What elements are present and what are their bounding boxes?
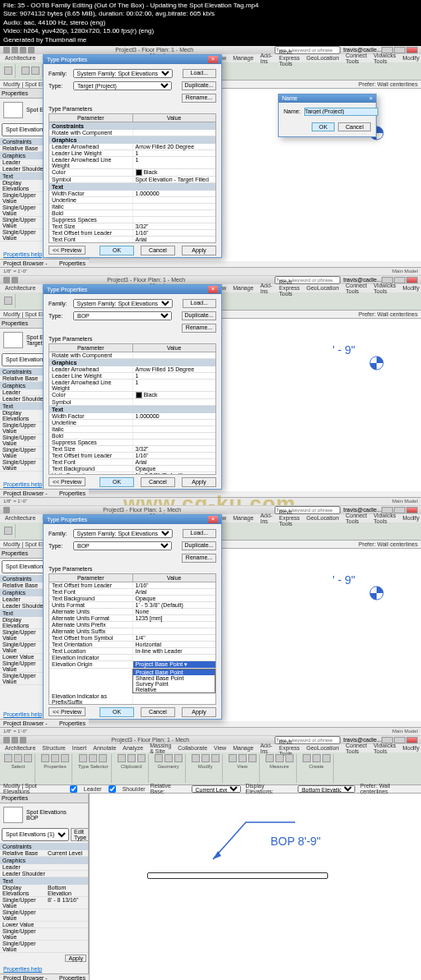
close-button[interactable] [406, 737, 418, 743]
ribbon-tab[interactable]: Analyze [123, 745, 143, 751]
param-row[interactable]: Text FontArial [49, 237, 215, 243]
property-value[interactable] [48, 871, 86, 876]
property-value[interactable] [48, 941, 86, 952]
save-icon[interactable] [12, 47, 18, 53]
param-row[interactable]: Alternate Units Suffix [49, 628, 215, 635]
property-row[interactable]: Leader [0, 864, 88, 871]
ribbon-icon[interactable] [61, 754, 69, 762]
ribbon-tab[interactable]: Architecture [5, 745, 35, 751]
param-value[interactable]: 3/32" [133, 446, 216, 452]
family-select[interactable]: System Family: Spot Elevations [73, 299, 173, 308]
param-row[interactable]: Rotate with Component [49, 130, 215, 136]
close-icon[interactable]: × [208, 56, 218, 63]
property-row[interactable]: Single/Upper Value [0, 941, 88, 953]
ribbon-tab[interactable]: Connect Tools [345, 513, 367, 524]
param-value[interactable] [133, 197, 216, 203]
param-row[interactable]: Alternate Units Format1235 [mm] [49, 615, 215, 622]
ribbon-icon[interactable] [99, 754, 107, 762]
dropdown-option[interactable]: Shared Base Point [133, 675, 215, 681]
ribbon-icon[interactable] [229, 754, 237, 762]
help-link[interactable]: Properties help [3, 481, 42, 487]
param-row[interactable]: Text BackgroundOpaque [49, 466, 215, 472]
param-row[interactable]: Text BackgroundOpaque [49, 596, 215, 602]
load-button[interactable]: Load... [183, 69, 216, 78]
property-value[interactable] [48, 909, 86, 921]
property-row[interactable]: Display ElevationsBottom Elevation [0, 885, 88, 897]
ribbon-tab[interactable]: Manage [233, 745, 253, 751]
ribbon-icon[interactable] [322, 754, 331, 762]
ribbon-tab[interactable]: Architecture [5, 515, 35, 521]
param-row[interactable]: Leader ArrowheadArrow Filled 15 Degree [49, 366, 215, 373]
ribbon-icon[interactable] [24, 754, 32, 762]
close-icon[interactable]: × [208, 286, 218, 293]
ribbon-tab[interactable]: Revit Express Tools [279, 279, 299, 297]
ribbon-icon[interactable] [211, 754, 220, 762]
property-row[interactable]: Single/Upper Value [0, 928, 88, 941]
ribbon-icon[interactable] [303, 754, 311, 762]
ribbon-tab[interactable]: GeoLocation [307, 285, 340, 291]
param-value[interactable] [133, 655, 216, 660]
param-value[interactable]: 1/16" [133, 582, 216, 588]
param-value[interactable] [133, 352, 216, 358]
ribbon-tab[interactable]: Annotate [93, 745, 116, 751]
apply-button[interactable]: Apply [65, 955, 86, 962]
param-row[interactable]: Italic [49, 204, 215, 210]
ribbon-icon[interactable] [192, 754, 200, 762]
param-value[interactable]: 1 [133, 373, 216, 379]
param-value[interactable]: Arial [133, 589, 216, 595]
close-icon[interactable]: × [208, 516, 218, 523]
param-row-dropdown[interactable]: Elevation OriginProject Base Point ▾ [49, 661, 215, 669]
param-row[interactable]: Text Offset from Leader1/16" [49, 230, 215, 237]
close-button[interactable] [406, 277, 418, 283]
param-value[interactable]: Spot Elevation - Target Filled [133, 177, 216, 182]
type-select[interactable]: BOP [73, 311, 172, 320]
ribbon-tab[interactable]: Connect Tools [345, 283, 367, 294]
redo-icon[interactable] [28, 47, 35, 53]
shoulder-checkbox[interactable] [107, 785, 118, 793]
ribbon-icon[interactable] [137, 754, 146, 762]
ribbon-tab[interactable]: Collaborate [178, 745, 207, 751]
ribbon-tab[interactable]: Modify [402, 745, 419, 751]
ribbon-tab[interactable]: Modify [402, 285, 419, 291]
param-row[interactable]: Text Offset from Symbol1/4" [49, 635, 215, 642]
param-row[interactable]: Rotate with Component [49, 352, 215, 359]
ribbon-tab[interactable]: Architecture [5, 285, 35, 291]
param-row[interactable]: Text OrientationHorizontal [49, 642, 215, 648]
ribbon-tab[interactable]: Architecture [5, 55, 35, 61]
ok-button[interactable]: OK [99, 477, 134, 487]
save-icon[interactable] [12, 737, 18, 743]
cancel-button[interactable]: Cancel [141, 707, 175, 717]
ribbon-icon[interactable] [89, 754, 97, 762]
ribbon-icon[interactable] [4, 527, 12, 535]
param-row[interactable]: Width Factor1.000000 [49, 191, 215, 197]
dropdown-list[interactable]: Project Base PointShared Base PointSurve… [132, 669, 215, 693]
param-row[interactable]: Leader Line Weight1 [49, 373, 215, 380]
ribbon-icon[interactable] [266, 754, 274, 762]
param-row[interactable]: Elevation Indicator as Prefix/Suffix [49, 693, 215, 705]
ribbon-icon[interactable] [248, 754, 257, 762]
ribbon-icon[interactable] [155, 754, 163, 762]
ribbon-tab[interactable]: Revit Express Tools [279, 49, 299, 67]
ok-button[interactable]: OK [99, 246, 134, 255]
properties-tab[interactable]: Properties [59, 260, 86, 266]
ribbon-icon[interactable] [174, 754, 183, 762]
param-row[interactable]: SymbolSpot Elevation - Target Filled [49, 177, 215, 183]
param-value[interactable] [133, 204, 216, 209]
param-row[interactable]: Underline [49, 420, 215, 426]
ribbon-tab[interactable]: Add-Ins [260, 283, 272, 294]
ribbon-icon[interactable] [285, 754, 294, 762]
ribbon-icon[interactable] [127, 754, 136, 762]
rename-button[interactable]: Rename... [182, 324, 216, 333]
property-value[interactable] [48, 864, 86, 870]
param-value[interactable]: Opaque [133, 466, 216, 472]
save-icon[interactable] [12, 277, 18, 283]
param-row[interactable]: Italic [49, 426, 215, 433]
ribbon-icon[interactable] [41, 754, 49, 762]
ribbon-icon[interactable] [21, 67, 30, 75]
ribbon-icon[interactable] [201, 754, 210, 762]
dropdown-option[interactable]: Survey Point [133, 681, 215, 687]
param-row[interactable]: Bold [49, 433, 215, 439]
ribbon-icon[interactable] [79, 754, 87, 762]
family-select[interactable]: System Family: Spot Elevations [73, 529, 173, 538]
property-value[interactable] [48, 928, 86, 940]
